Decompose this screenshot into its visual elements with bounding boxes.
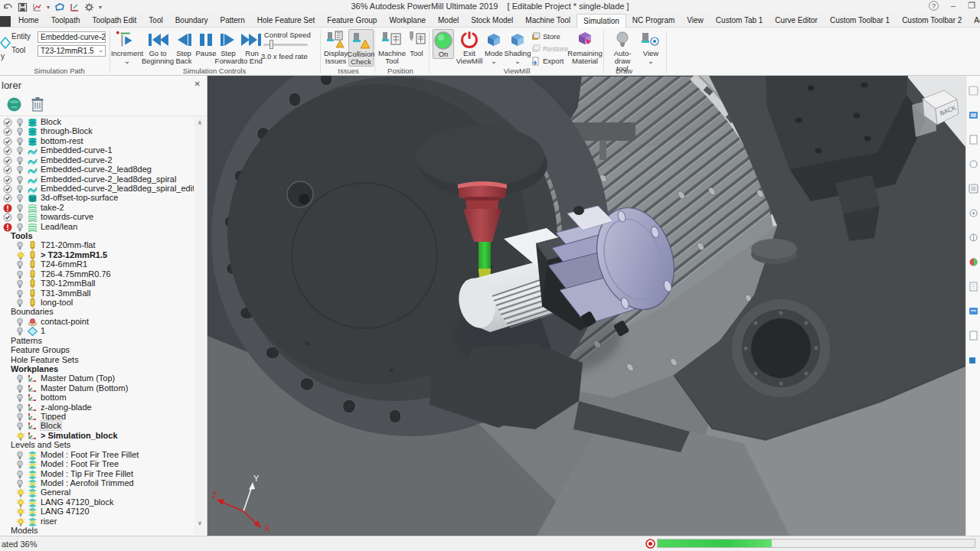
tab-home[interactable]: Home [12, 14, 45, 28]
tab-stock-model[interactable]: Stock Model [465, 14, 519, 28]
svg-text:X: X [264, 523, 270, 533]
group-label-draw: Draw [590, 67, 658, 75]
tab-pattern[interactable]: Pattern [214, 14, 251, 28]
tab-simulation[interactable]: Simulation [577, 14, 626, 28]
tree-item[interactable]: towards-curve [0, 213, 194, 222]
explorer-close-icon[interactable]: ✕ [194, 80, 201, 88]
tree-item[interactable]: contact-point [0, 318, 194, 327]
draw-view-button[interactable]: View ⌄ [640, 29, 662, 65]
group-label-simulation-path: Simulation Path [15, 67, 103, 75]
exit-viewmill-button[interactable]: Exit ViewMill [456, 29, 482, 65]
increment-button[interactable]: Increment ⌄ [112, 29, 142, 65]
goto-beginning-button[interactable]: Go to Beginning [143, 29, 172, 65]
scroll-up-icon[interactable]: ∧ [194, 118, 205, 129]
view-tool-icon-9[interactable] [969, 305, 978, 315]
view-tool-icon-2[interactable] [969, 134, 978, 144]
cut-label: y [1, 52, 5, 60]
tree-item[interactable]: Master Datum (Bottom) [0, 384, 194, 393]
tab-nc-program[interactable]: NC Program [626, 14, 681, 28]
tree-section-tools[interactable]: Tools [0, 232, 194, 241]
viewmill-mode-button[interactable]: Mode ⌄ [484, 29, 504, 65]
tab-tool[interactable]: Tool [142, 14, 168, 28]
view-tool-icon-11[interactable] [969, 354, 978, 364]
machine-tool-button[interactable]: Machine Tool [378, 29, 406, 65]
scroll-down-icon[interactable]: ∨ [194, 518, 205, 529]
view-tool-icon-4[interactable] [969, 183, 978, 193]
machine-simulation-scene: BACK Y X Z [207, 76, 980, 536]
tree-item[interactable]: through-Block [0, 127, 194, 136]
view-tool-icon-7[interactable] [969, 256, 978, 266]
explorer-scrollbar[interactable]: ∧ ∨ [194, 118, 205, 535]
tree-section-models[interactable]: Models [0, 527, 194, 536]
tree-item[interactable]: bottom [0, 393, 194, 403]
cut-entity-icon [0, 37, 11, 49]
entity-combobox[interactable]: Embedded-curve-2_leac⌄ [38, 31, 106, 43]
tool-combobox[interactable]: T23-12mmR1.5⌄ [38, 45, 106, 57]
help-button[interactable]: ? [929, 1, 939, 11]
viewmill-shading-button[interactable]: Shading ⌄ [505, 29, 530, 65]
view-tool-icon-5[interactable] [969, 207, 978, 217]
simulation-progress-text: ated 36% [2, 540, 37, 549]
tree-section-boundaries[interactable]: Boundaries [0, 308, 194, 317]
tab-toolpath-edit[interactable]: Toolpath Edit [87, 14, 143, 28]
tree-item[interactable]: LANG 47120 [0, 507, 194, 517]
entity-label: Entity [11, 32, 31, 41]
tab-custom-tab-1[interactable]: Custom Tab 1 [710, 14, 769, 28]
tree-item[interactable]: T31-3mmBall [0, 289, 194, 298]
tree-item[interactable]: Block [0, 118, 194, 127]
view-tool-icon-10[interactable] [969, 330, 978, 340]
viewport-3d[interactable]: BACK Y X Z [207, 76, 980, 536]
tab-model[interactable]: Model [432, 14, 465, 28]
tab-feature-group[interactable]: Feature Group [321, 14, 383, 28]
pause-button[interactable]: Pause [195, 29, 217, 57]
view-tool-icon-1[interactable] [969, 109, 978, 119]
trash-icon[interactable] [31, 96, 44, 112]
tree-item[interactable]: > T23-12mmR1.5 [0, 251, 194, 260]
position-tool-button[interactable]: Tool [407, 29, 426, 57]
tree-item[interactable]: Tipped [0, 412, 194, 422]
restore-button[interactable]: ❐ [968, 1, 975, 11]
remaining-material-button[interactable]: Remaining Material [568, 29, 602, 65]
control-speed-thumb[interactable] [270, 40, 273, 49]
feed-rate-label: 3.0 x feed rate [261, 52, 308, 60]
tab-toolpath[interactable]: Toolpath [45, 14, 87, 28]
tree-item[interactable]: 3d-offset-top-surface [0, 194, 194, 203]
file-menu-button[interactable] [0, 16, 11, 27]
tab-view[interactable]: View [681, 14, 710, 28]
svg-text:Y: Y [253, 474, 260, 483]
viewmill-on-button[interactable]: On [433, 29, 454, 59]
view-tool-icon-8[interactable] [969, 281, 978, 291]
view-tool-icon-6[interactable] [969, 232, 978, 242]
tree-item[interactable]: LANG 47120_block [0, 498, 194, 507]
collision-check-button[interactable]: Collision Check [348, 29, 374, 67]
view-tool-icon-0[interactable] [969, 85, 978, 95]
tree-item[interactable]: take-2 [0, 204, 194, 213]
globe-icon[interactable] [6, 96, 22, 112]
explorer-panel: lorer ✕ Blockthrough-Blockbottom-restEmb… [0, 76, 207, 536]
step-forward-button[interactable]: Step Forward [217, 29, 239, 65]
tree-item[interactable]: z-along-blade [0, 403, 194, 412]
view-tool-icon-3[interactable] [969, 158, 978, 168]
tab-custom-toolbar-2[interactable]: Custom Toolbar 2 [896, 14, 968, 28]
stop-icon[interactable] [645, 539, 655, 549]
viewmill-export-button[interactable]: Export [531, 55, 564, 67]
tree-item[interactable]: T30-12mmBall [0, 279, 194, 289]
tab-curve-editor[interactable]: Curve Editor [769, 14, 824, 28]
window-title: 36% Autodesk PowerMill Ultimate 2019 [ E… [0, 2, 980, 11]
tab-boundary[interactable]: Boundary [169, 14, 214, 28]
group-label-position: Position [366, 67, 435, 75]
tab-workplane[interactable]: Workplane [383, 14, 432, 28]
tree-item[interactable]: T26-4.75mmR0.76 [0, 270, 194, 279]
explorer-tree: Blockthrough-Blockbottom-restEmbedded-cu… [0, 118, 194, 536]
control-speed-label: Control Speed [264, 31, 311, 39]
tab-machine-tool[interactable]: Machine Tool [519, 14, 577, 28]
tab-custom-toolbar-1[interactable]: Custom Toolbar 1 [824, 14, 896, 28]
viewmill-restore-button[interactable]: Restore [531, 43, 568, 54]
minimize-button[interactable]: – [951, 1, 956, 11]
tab-hole-feature-set[interactable]: Hole Feature Set [251, 14, 322, 28]
tab-additive[interactable]: Additive [968, 14, 980, 28]
display-issues-button[interactable]: Display Issues [324, 29, 348, 65]
tree-item[interactable]: Model : Aerofoil Trimmed [0, 479, 194, 488]
viewmill-store-button[interactable]: Store [531, 31, 560, 42]
step-back-button[interactable]: Step Back [173, 29, 194, 65]
